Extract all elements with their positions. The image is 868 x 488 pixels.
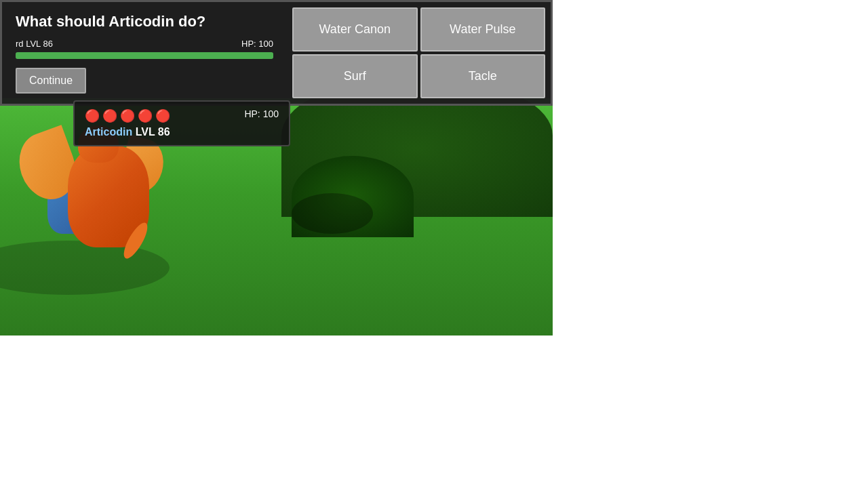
player-level: 86 — [158, 126, 170, 138]
dialog-question-panel: What should Articodin do? rd LVL 86 HP: … — [2, 2, 287, 104]
pokeball-5: 🔴 — [155, 108, 170, 123]
move-water-pulse-button[interactable]: Water Pulse — [420, 7, 546, 52]
player-name: Articodin — [85, 126, 132, 138]
water-ripple — [292, 193, 373, 234]
enemy-hp-display: HP: 100 — [241, 39, 273, 49]
pokeball-row: 🔴 🔴 🔴 🔴 🔴 HP: 100 — [85, 108, 279, 123]
player-hp-display: HP: 100 — [244, 108, 279, 123]
enemy-hp-bar-container — [16, 52, 273, 59]
moves-grid: Water Canon Water Pulse Surf Tacle — [287, 2, 551, 104]
dialog-top: What should Articodin do? rd LVL 86 HP: … — [2, 2, 551, 104]
move-water-canon-button[interactable]: Water Canon — [292, 7, 418, 52]
battle-question: What should Articodin do? — [16, 12, 273, 32]
enemy-name-lvl: rd LVL 86 — [16, 39, 53, 49]
pokeball-3: 🔴 — [120, 108, 135, 123]
player-pokemon-card: 🔴 🔴 🔴 🔴 🔴 HP: 100 Articodin LVL 86 — [73, 100, 290, 146]
move-tackle-button[interactable]: Tacle — [420, 54, 546, 98]
pokeball-4: 🔴 — [138, 108, 153, 123]
dialog-box: What should Articodin do? rd LVL 86 HP: … — [0, 0, 553, 106]
player-name-level: Articodin LVL 86 — [85, 126, 279, 138]
continue-button[interactable]: Continue — [16, 68, 86, 94]
pokeball-2: 🔴 — [102, 108, 117, 123]
game-container: What should Articodin do? rd LVL 86 HP: … — [0, 0, 553, 336]
enemy-hp-bar — [16, 52, 273, 59]
pokeball-1: 🔴 — [85, 108, 100, 123]
move-surf-button[interactable]: Surf — [292, 54, 418, 98]
